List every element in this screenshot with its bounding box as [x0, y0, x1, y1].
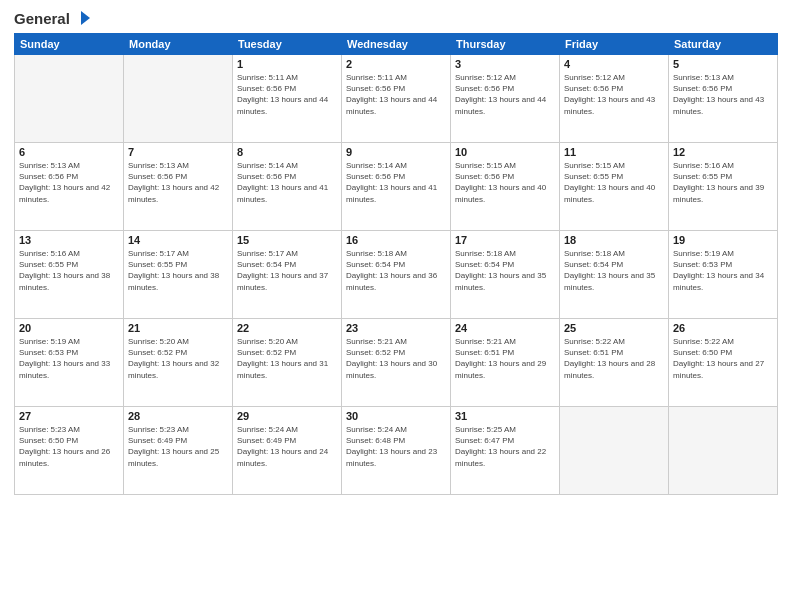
calendar-day-cell: 28Sunrise: 5:23 AMSunset: 6:49 PMDayligh…: [124, 407, 233, 495]
day-info: Sunrise: 5:15 AMSunset: 6:55 PMDaylight:…: [564, 160, 664, 205]
day-info: Sunrise: 5:14 AMSunset: 6:56 PMDaylight:…: [346, 160, 446, 205]
day-number: 9: [346, 146, 446, 158]
calendar-table: SundayMondayTuesdayWednesdayThursdayFrid…: [14, 33, 778, 495]
day-number: 16: [346, 234, 446, 246]
calendar-day-cell: 15Sunrise: 5:17 AMSunset: 6:54 PMDayligh…: [233, 231, 342, 319]
day-number: 15: [237, 234, 337, 246]
day-number: 30: [346, 410, 446, 422]
day-info: Sunrise: 5:24 AMSunset: 6:48 PMDaylight:…: [346, 424, 446, 469]
day-info: Sunrise: 5:12 AMSunset: 6:56 PMDaylight:…: [455, 72, 555, 117]
day-info: Sunrise: 5:21 AMSunset: 6:52 PMDaylight:…: [346, 336, 446, 381]
day-info: Sunrise: 5:23 AMSunset: 6:50 PMDaylight:…: [19, 424, 119, 469]
weekday-header: Tuesday: [233, 34, 342, 55]
svg-marker-0: [81, 11, 90, 25]
day-number: 3: [455, 58, 555, 70]
weekday-header: Saturday: [669, 34, 778, 55]
day-info: Sunrise: 5:24 AMSunset: 6:49 PMDaylight:…: [237, 424, 337, 469]
calendar-day-cell: 14Sunrise: 5:17 AMSunset: 6:55 PMDayligh…: [124, 231, 233, 319]
calendar-day-cell: [15, 55, 124, 143]
day-number: 18: [564, 234, 664, 246]
day-info: Sunrise: 5:13 AMSunset: 6:56 PMDaylight:…: [19, 160, 119, 205]
day-number: 2: [346, 58, 446, 70]
calendar-day-cell: 26Sunrise: 5:22 AMSunset: 6:50 PMDayligh…: [669, 319, 778, 407]
calendar-day-cell: 20Sunrise: 5:19 AMSunset: 6:53 PMDayligh…: [15, 319, 124, 407]
logo-flag-icon: [72, 9, 90, 27]
calendar-week-row: 1Sunrise: 5:11 AMSunset: 6:56 PMDaylight…: [15, 55, 778, 143]
calendar-day-cell: 10Sunrise: 5:15 AMSunset: 6:56 PMDayligh…: [451, 143, 560, 231]
calendar-day-cell: 23Sunrise: 5:21 AMSunset: 6:52 PMDayligh…: [342, 319, 451, 407]
calendar-day-cell: 27Sunrise: 5:23 AMSunset: 6:50 PMDayligh…: [15, 407, 124, 495]
calendar-day-cell: 4Sunrise: 5:12 AMSunset: 6:56 PMDaylight…: [560, 55, 669, 143]
day-number: 11: [564, 146, 664, 158]
calendar-day-cell: 25Sunrise: 5:22 AMSunset: 6:51 PMDayligh…: [560, 319, 669, 407]
day-number: 19: [673, 234, 773, 246]
day-number: 25: [564, 322, 664, 334]
calendar-day-cell: 6Sunrise: 5:13 AMSunset: 6:56 PMDaylight…: [15, 143, 124, 231]
day-number: 4: [564, 58, 664, 70]
calendar-day-cell: 2Sunrise: 5:11 AMSunset: 6:56 PMDaylight…: [342, 55, 451, 143]
calendar-day-cell: 1Sunrise: 5:11 AMSunset: 6:56 PMDaylight…: [233, 55, 342, 143]
day-info: Sunrise: 5:12 AMSunset: 6:56 PMDaylight:…: [564, 72, 664, 117]
day-info: Sunrise: 5:18 AMSunset: 6:54 PMDaylight:…: [346, 248, 446, 293]
calendar-day-cell: [560, 407, 669, 495]
calendar-day-cell: [669, 407, 778, 495]
calendar-day-cell: 29Sunrise: 5:24 AMSunset: 6:49 PMDayligh…: [233, 407, 342, 495]
calendar-day-cell: 22Sunrise: 5:20 AMSunset: 6:52 PMDayligh…: [233, 319, 342, 407]
day-info: Sunrise: 5:25 AMSunset: 6:47 PMDaylight:…: [455, 424, 555, 469]
calendar-day-cell: 8Sunrise: 5:14 AMSunset: 6:56 PMDaylight…: [233, 143, 342, 231]
weekday-header: Monday: [124, 34, 233, 55]
calendar-day-cell: 9Sunrise: 5:14 AMSunset: 6:56 PMDaylight…: [342, 143, 451, 231]
day-info: Sunrise: 5:21 AMSunset: 6:51 PMDaylight:…: [455, 336, 555, 381]
day-info: Sunrise: 5:19 AMSunset: 6:53 PMDaylight:…: [673, 248, 773, 293]
weekday-header: Friday: [560, 34, 669, 55]
weekday-header: Wednesday: [342, 34, 451, 55]
day-info: Sunrise: 5:13 AMSunset: 6:56 PMDaylight:…: [128, 160, 228, 205]
calendar-day-cell: 19Sunrise: 5:19 AMSunset: 6:53 PMDayligh…: [669, 231, 778, 319]
day-number: 7: [128, 146, 228, 158]
calendar-day-cell: 31Sunrise: 5:25 AMSunset: 6:47 PMDayligh…: [451, 407, 560, 495]
day-number: 26: [673, 322, 773, 334]
day-number: 17: [455, 234, 555, 246]
calendar-header-row: SundayMondayTuesdayWednesdayThursdayFrid…: [15, 34, 778, 55]
day-info: Sunrise: 5:17 AMSunset: 6:54 PMDaylight:…: [237, 248, 337, 293]
day-number: 1: [237, 58, 337, 70]
day-number: 8: [237, 146, 337, 158]
calendar-day-cell: 12Sunrise: 5:16 AMSunset: 6:55 PMDayligh…: [669, 143, 778, 231]
day-number: 20: [19, 322, 119, 334]
calendar-day-cell: 11Sunrise: 5:15 AMSunset: 6:55 PMDayligh…: [560, 143, 669, 231]
day-info: Sunrise: 5:22 AMSunset: 6:50 PMDaylight:…: [673, 336, 773, 381]
day-number: 10: [455, 146, 555, 158]
day-info: Sunrise: 5:22 AMSunset: 6:51 PMDaylight:…: [564, 336, 664, 381]
day-number: 12: [673, 146, 773, 158]
day-info: Sunrise: 5:15 AMSunset: 6:56 PMDaylight:…: [455, 160, 555, 205]
day-number: 6: [19, 146, 119, 158]
day-info: Sunrise: 5:14 AMSunset: 6:56 PMDaylight:…: [237, 160, 337, 205]
weekday-header: Thursday: [451, 34, 560, 55]
calendar-week-row: 27Sunrise: 5:23 AMSunset: 6:50 PMDayligh…: [15, 407, 778, 495]
calendar-day-cell: [124, 55, 233, 143]
day-number: 23: [346, 322, 446, 334]
day-info: Sunrise: 5:23 AMSunset: 6:49 PMDaylight:…: [128, 424, 228, 469]
logo-general: General: [14, 10, 70, 27]
day-number: 27: [19, 410, 119, 422]
calendar-day-cell: 3Sunrise: 5:12 AMSunset: 6:56 PMDaylight…: [451, 55, 560, 143]
day-info: Sunrise: 5:16 AMSunset: 6:55 PMDaylight:…: [673, 160, 773, 205]
day-info: Sunrise: 5:17 AMSunset: 6:55 PMDaylight:…: [128, 248, 228, 293]
calendar-day-cell: 5Sunrise: 5:13 AMSunset: 6:56 PMDaylight…: [669, 55, 778, 143]
calendar-week-row: 6Sunrise: 5:13 AMSunset: 6:56 PMDaylight…: [15, 143, 778, 231]
day-info: Sunrise: 5:20 AMSunset: 6:52 PMDaylight:…: [128, 336, 228, 381]
calendar-day-cell: 17Sunrise: 5:18 AMSunset: 6:54 PMDayligh…: [451, 231, 560, 319]
day-number: 22: [237, 322, 337, 334]
calendar-day-cell: 18Sunrise: 5:18 AMSunset: 6:54 PMDayligh…: [560, 231, 669, 319]
calendar-day-cell: 13Sunrise: 5:16 AMSunset: 6:55 PMDayligh…: [15, 231, 124, 319]
header: General: [14, 10, 778, 25]
calendar-day-cell: 24Sunrise: 5:21 AMSunset: 6:51 PMDayligh…: [451, 319, 560, 407]
day-info: Sunrise: 5:20 AMSunset: 6:52 PMDaylight:…: [237, 336, 337, 381]
day-info: Sunrise: 5:18 AMSunset: 6:54 PMDaylight:…: [455, 248, 555, 293]
calendar-day-cell: 16Sunrise: 5:18 AMSunset: 6:54 PMDayligh…: [342, 231, 451, 319]
day-number: 24: [455, 322, 555, 334]
day-info: Sunrise: 5:18 AMSunset: 6:54 PMDaylight:…: [564, 248, 664, 293]
calendar-day-cell: 30Sunrise: 5:24 AMSunset: 6:48 PMDayligh…: [342, 407, 451, 495]
logo: General: [14, 10, 90, 25]
page-container: General SundayMondayTuesdayWednesdayThur…: [0, 0, 792, 612]
